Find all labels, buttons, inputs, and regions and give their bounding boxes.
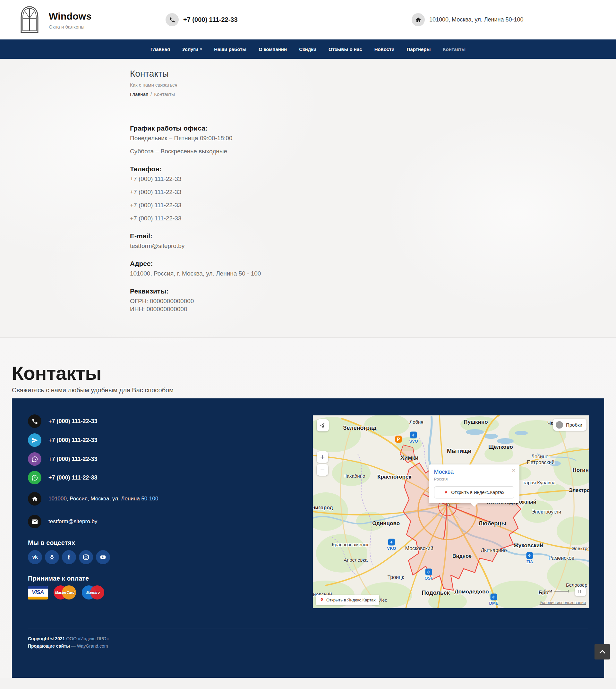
scroll-to-top-button[interactable] (594, 644, 610, 660)
email-link[interactable]: testform@sitepro.by (130, 242, 486, 249)
viber-icon (28, 452, 41, 466)
yandex-map[interactable]: P ЗеленоградЛобняПушкиноЧеМытищиЩёлковоЛ… (313, 415, 589, 608)
map-city-label: Зеленоград (343, 425, 376, 431)
breadcrumb: Главная/Контакты (130, 91, 486, 97)
locate-arrow-icon (320, 422, 326, 428)
address-value: 101000, Россия, г. Москва, ул. Ленина 50… (130, 270, 486, 277)
page-subtitle: Как с нами связаться (130, 82, 486, 88)
nav-item-news[interactable]: Новости (374, 46, 395, 52)
phones-title: Телефон: (130, 165, 486, 173)
map-popup: Москва Россия ✕ Открыть в Яндекс.Картах (429, 464, 520, 503)
phone-link[interactable]: +7 (000) 111-22-33 (130, 188, 486, 196)
telegram-icon (28, 434, 41, 447)
vk-icon[interactable]: vk (28, 550, 42, 564)
nav-item-about[interactable]: О компании (259, 46, 287, 52)
schedule-weekdays: Понедельник – Пятница 09:00-18:00 (130, 134, 486, 142)
locate-button[interactable] (317, 419, 329, 431)
airport-marker: ✈OSF (424, 569, 433, 580)
nav-item-contacts[interactable]: Контакты (443, 46, 465, 52)
copyright: Copyright © 2021 ООО «Индекс ПРО» Продаю… (28, 635, 109, 650)
site-header: Windows Окна и балконы +7 (000) 111-22-3… (0, 0, 616, 40)
map-city-label: Раменское (549, 555, 575, 561)
open-in-yandex-maps-badge[interactable]: Открыть в Яндекс.Картах (316, 595, 379, 605)
map-city-label: Подольск (422, 590, 450, 596)
footer-telegram-number: +7 (000) 111-22-33 (48, 437, 97, 444)
airport-marker: ✈DME (489, 594, 499, 605)
contacts-banner: Контакты Свяжитесь с нами любым удобным … (12, 363, 604, 394)
header-address: 101000, Москва, ул. Ленина 50-100 (412, 13, 523, 26)
copyright-text: Copyright © 2021 (28, 636, 65, 641)
phone-link[interactable]: +7 (000) 111-22-33 (130, 175, 486, 182)
home-icon (412, 13, 425, 26)
map-city-label: Одинцово (372, 520, 400, 526)
developer-link[interactable]: WayGrand.com (77, 643, 108, 649)
footer-email-text: testform@sitepro.by (48, 518, 97, 525)
nav-item-services[interactable]: Услуги▾ (182, 46, 202, 52)
phone-link[interactable]: +7 (000) 111-22-33 (130, 201, 486, 209)
footer-divider (28, 628, 588, 628)
map-city-label: Люберцы (478, 520, 506, 526)
airport-marker: ✈ZIA (526, 552, 533, 564)
airport-marker: ✈SVO (410, 432, 418, 444)
map-city-label: Лыткарино (481, 548, 507, 553)
map-city-label: Электрос (569, 488, 589, 493)
map-city-label: Красногорск (377, 474, 411, 480)
footer-whatsapp-row[interactable]: +7 (000) 111-22-33 (28, 471, 97, 484)
terms-link[interactable]: Условия использования (540, 600, 586, 605)
copyright-company-link[interactable]: ООО «Индекс ПРО» (66, 636, 109, 641)
footer-viber-number: +7 (000) 111-22-33 (48, 456, 97, 463)
nav-item-reviews[interactable]: Отзывы о нас (329, 46, 362, 52)
mastercard-logo: MasterCard (53, 585, 76, 600)
inn-value: ИНН: 000000000000 (130, 305, 486, 313)
map-scale: 9 км (544, 588, 569, 594)
footer-address-row: 101000, Россия, Москва, ул. Ленина 50-10… (28, 492, 158, 506)
map-city-label: Домодедово (455, 588, 489, 595)
chevron-down-icon: ▾ (200, 47, 202, 51)
nav-item-discounts[interactable]: Скидки (299, 46, 316, 52)
chevron-up-icon (599, 650, 605, 655)
parking-icon: P (395, 436, 402, 443)
close-icon[interactable]: ✕ (512, 468, 516, 473)
traffic-button[interactable]: Пробки (553, 419, 587, 431)
facebook-icon[interactable]: f (62, 550, 76, 564)
footer-telegram-row[interactable]: +7 (000) 111-22-33 (28, 434, 97, 447)
header-phone[interactable]: +7 (000) 111-22-33 (166, 13, 238, 26)
breadcrumb-current: Контакты (154, 91, 175, 97)
footer-email-row[interactable]: testform@sitepro.by (28, 515, 97, 528)
map-pin-icon (444, 490, 448, 495)
odnoklassniki-icon[interactable] (45, 550, 59, 564)
email-icon (28, 515, 41, 528)
open-in-yandex-maps-button[interactable]: Открыть в Яндекс.Картах (434, 486, 514, 498)
window-logo-icon (19, 5, 40, 35)
footer-address-text: 101000, Россия, Москва, ул. Ленина 50-10… (48, 495, 158, 502)
header-address-text: 101000, Москва, ул. Ленина 50-100 (429, 16, 523, 23)
nav-item-partners[interactable]: Партнёры (407, 46, 431, 52)
map-city-label: Лосино- Петровский (527, 454, 554, 465)
footer-phone-row[interactable]: +7 (000) 111-22-33 (28, 415, 97, 428)
ruler-button[interactable] (575, 587, 586, 596)
map-city-label: Мытищи (447, 448, 471, 454)
social-links: vk f (28, 550, 110, 564)
instagram-icon[interactable] (79, 550, 93, 564)
airport-marker: ✈VKO (387, 538, 396, 551)
map-city-label: нигород (313, 505, 333, 511)
map-city-label: Краснознаменск (332, 542, 368, 547)
footer-viber-row[interactable]: +7 (000) 111-22-33 (28, 452, 97, 466)
logo[interactable]: Windows Окна и балконы (19, 5, 91, 35)
breadcrumb-home-link[interactable]: Главная (130, 91, 148, 97)
brand-title: Windows (49, 11, 91, 22)
zoom-in-button[interactable]: + (317, 451, 328, 463)
youtube-icon[interactable] (96, 550, 110, 564)
social-title: Мы в соцсетях (28, 539, 75, 547)
ogrn-value: ОГРН: 0000000000000 (130, 297, 486, 305)
map-city-label: Нахабино (343, 473, 365, 479)
zoom-out-button[interactable]: − (317, 464, 328, 476)
phone-link[interactable]: +7 (000) 111-22-33 (130, 215, 486, 222)
map-city-label: Белоозёр (566, 582, 588, 587)
nav-item-home[interactable]: Главная (151, 46, 170, 52)
map-city-label: Апрелевка (344, 557, 368, 563)
footer-whatsapp-number: +7 (000) 111-22-33 (48, 474, 97, 481)
popup-city-link[interactable]: Москва (434, 469, 514, 475)
nav-item-works[interactable]: Наши работы (214, 46, 246, 52)
traffic-light-icon (556, 421, 563, 428)
